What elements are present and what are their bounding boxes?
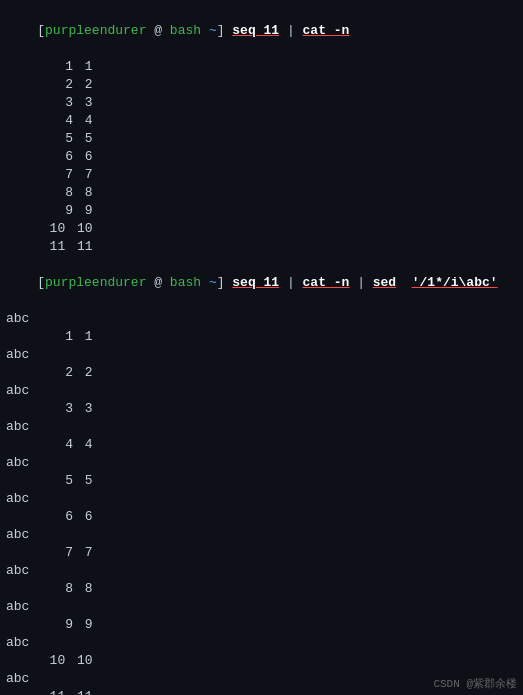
prompt-host-1: bash xyxy=(170,23,201,38)
output2-row10: 10 10 xyxy=(6,652,517,670)
output2-row7: 7 7 xyxy=(6,544,517,562)
output2-abc10: abc xyxy=(6,634,517,652)
bracket-close-1: ] xyxy=(217,23,225,38)
command-line-2: [purpleendurer @ bash ~] seq 11 | cat -n… xyxy=(6,256,517,310)
output1-row2: 2 2 xyxy=(6,76,517,94)
terminal: [purpleendurer @ bash ~] seq 11 | cat -n… xyxy=(0,0,523,695)
output2-abc9: abc xyxy=(6,598,517,616)
watermark: CSDN @紫郡余楼 xyxy=(433,676,517,691)
bracket-open-1: [ xyxy=(37,23,45,38)
prompt-host-2: bash xyxy=(170,275,201,290)
prompt-at-1: @ xyxy=(146,23,169,38)
cmd2: seq 11 | cat -n | sed '/1*/i\abc' xyxy=(225,275,498,290)
cmd1: seq 11 | cat -n xyxy=(225,23,350,38)
output1-row6: 6 6 xyxy=(6,148,517,166)
output1-row9: 9 9 xyxy=(6,202,517,220)
prompt-tilde-1: ~ xyxy=(201,23,217,38)
prompt-at-2: @ xyxy=(146,275,169,290)
output2-row9: 9 9 xyxy=(6,616,517,634)
output2-abc7: abc xyxy=(6,526,517,544)
output2-row8: 8 8 xyxy=(6,580,517,598)
output2-abc5: abc xyxy=(6,454,517,472)
bracket-open-2: [ xyxy=(37,275,45,290)
output1-row5: 5 5 xyxy=(6,130,517,148)
output1-row8: 8 8 xyxy=(6,184,517,202)
output2-abc6: abc xyxy=(6,490,517,508)
output2-abc4: abc xyxy=(6,418,517,436)
output2-abc1: abc xyxy=(6,310,517,328)
output1-row4: 4 4 xyxy=(6,112,517,130)
output1-row3: 3 3 xyxy=(6,94,517,112)
output2-row2: 2 2 xyxy=(6,364,517,382)
prompt-tilde-2: ~ xyxy=(201,275,217,290)
output1-row10: 10 10 xyxy=(6,220,517,238)
prompt-user-2: purpleendurer xyxy=(45,275,146,290)
output2-row4: 4 4 xyxy=(6,436,517,454)
output2-row3: 3 3 xyxy=(6,400,517,418)
output1-row1: 1 1 xyxy=(6,58,517,76)
output1-row7: 7 7 xyxy=(6,166,517,184)
output2-abc2: abc xyxy=(6,346,517,364)
output2-row1: 1 1 xyxy=(6,328,517,346)
output2-row5: 5 5 xyxy=(6,472,517,490)
output2-row6: 6 6 xyxy=(6,508,517,526)
output1-row11: 11 11 xyxy=(6,238,517,256)
prompt-user-1: purpleendurer xyxy=(45,23,146,38)
output2-abc3: abc xyxy=(6,382,517,400)
output2-abc8: abc xyxy=(6,562,517,580)
command-line-1: [purpleendurer @ bash ~] seq 11 | cat -n xyxy=(6,4,517,58)
bracket-close-2: ] xyxy=(217,275,225,290)
